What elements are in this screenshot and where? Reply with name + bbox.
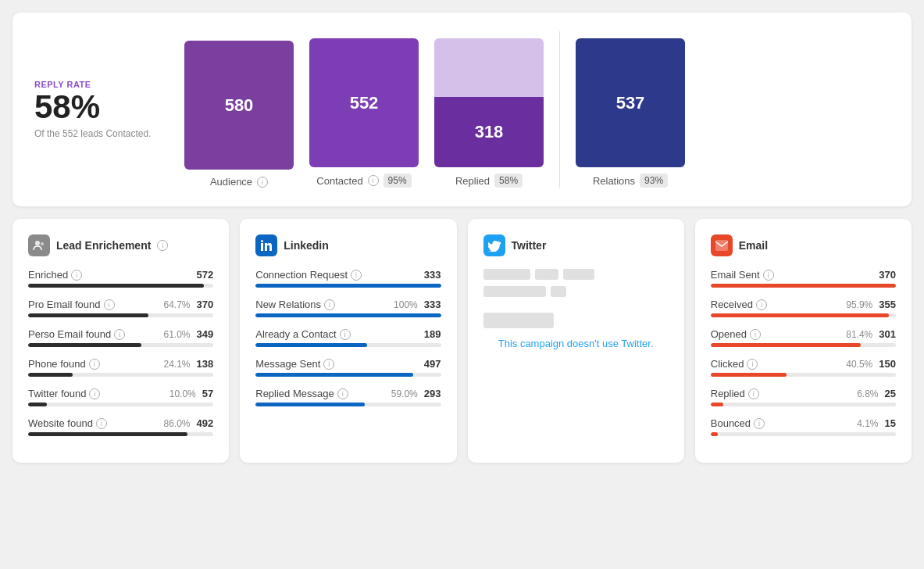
progress-fill [711,343,861,347]
stat-row: Clickedi40.5%150 [711,358,896,370]
progress-fill [255,284,441,288]
progress-fill [711,403,724,406]
progress-fill [28,284,204,288]
info-icon: i [324,299,335,310]
svg-rect-4 [715,240,728,251]
stat-label: Already a Contacti [255,328,350,340]
stat-row: Bouncedi4.1%15 [711,417,896,429]
stat-label: Bouncedi [711,417,765,429]
replied-badge: 58% [494,174,523,188]
lead-enrichment-title: Lead Enrichement [56,239,151,252]
stat-label: Receivedi [711,299,767,310]
svg-rect-2 [261,243,263,251]
linkedin-title: Linkedin [284,239,329,252]
progress-wrap [28,373,213,377]
reply-rate-pct: 58% [34,89,159,125]
twitter-title: Twitter [512,239,547,252]
audience-label: Audience [210,176,252,188]
progress-wrap [255,284,441,288]
stat-label: Clickedi [711,358,758,370]
progress-fill [28,432,187,436]
progress-wrap [711,313,896,317]
stat-label: Email Senti [711,269,774,281]
relations-bar: 537 [576,38,685,167]
progress-wrap [28,284,213,288]
replied-value: 318 [475,122,504,142]
stat-row: Message Senti497 [255,358,441,370]
bottom-row: Lead Enrichement i Enrichedi572Pro Email… [12,219,912,463]
svg-point-1 [41,242,44,245]
linkedin-header: Linkedin [255,234,441,256]
contacted-value: 552 [350,93,379,113]
metrics-row: 580 Audience i 552 Contacted i 95% [184,31,890,188]
stat-label: Connection Requesti [255,269,362,281]
relations-badge: 93% [640,174,668,188]
metric-col-audience: 580 Audience i [184,41,294,188]
email-header: Email [711,234,896,256]
progress-wrap [255,343,441,347]
progress-wrap [28,403,213,406]
stat-label: Enrichedi [28,269,82,281]
relations-value: 537 [616,93,645,113]
linkedin-icon [255,234,277,256]
stat-label: Repliedi [711,388,759,399]
progress-wrap [711,343,896,347]
stat-label: Website foundi [28,417,107,429]
top-card: REPLY RATE 58% Of the 552 leads Contacte… [12,13,912,206]
stat-label: New Relationsi [255,299,335,310]
email-rows: Email Senti370Receivedi95.9%355Openedi81… [711,269,896,436]
stat-row: Receivedi95.9%355 [711,299,896,310]
progress-fill [28,343,141,347]
stat-row: Website foundi86.0%492 [28,417,213,429]
stat-label: Message Senti [255,358,334,370]
replied-bottom-bar: 318 [434,97,544,167]
reply-rate-box: REPLY RATE 58% Of the 552 leads Contacte… [34,80,159,139]
progress-wrap [255,313,441,317]
metric-col-contacted: 552 Contacted i 95% [309,38,419,188]
email-title: Email [739,239,768,252]
info-icon: i [96,418,107,429]
reply-rate-sub: Of the 552 leads Contacted. [34,128,159,139]
stat-label: Phone foundi [28,358,100,370]
progress-wrap [255,403,441,406]
twitter-message: This campaign doesn't use Twitter. [483,338,669,349]
linkedin-rows: Connection Requesti333New Relationsi100%… [255,269,441,406]
info-icon: i [351,270,362,281]
stat-row: Already a Contacti189 [255,328,441,340]
progress-wrap [711,284,896,288]
progress-wrap [28,313,213,317]
audience-info-icon: i [257,177,268,188]
progress-fill [255,313,441,317]
info-icon: i [114,329,125,340]
progress-wrap [711,432,896,436]
contacted-bar: 552 [309,38,419,167]
audience-value: 580 [225,95,254,116]
info-icon: i [104,299,115,310]
replied-top-bar [434,38,544,97]
lead-enrichment-info-icon: i [157,240,168,251]
progress-fill [28,403,47,406]
info-icon: i [748,388,759,399]
progress-fill [28,373,73,377]
progress-wrap [28,343,213,347]
metric-col-relations: 537 Relations 93% [576,38,685,188]
stat-label: Twitter foundi [28,388,100,399]
lead-enrichment-header: Lead Enrichement i [28,234,213,256]
stat-row: Pro Email foundi64.7%370 [28,299,213,310]
contacted-info-icon: i [368,175,379,186]
stat-row: Repliedi6.8%25 [711,388,896,399]
progress-fill [711,373,787,377]
progress-wrap [28,432,213,436]
relations-label: Relations [593,175,635,187]
stat-row: Phone foundi24.1%138 [28,358,213,370]
audience-bar: 580 [184,41,294,170]
stat-label: Pro Email foundi [28,299,115,310]
progress-fill [255,373,413,377]
progress-wrap [711,403,896,406]
progress-fill [711,284,896,288]
lead-enrichment-icon [28,234,50,256]
progress-fill [255,403,365,406]
stat-row: Email Senti370 [711,269,896,281]
contacted-label: Contacted [316,175,362,187]
stat-row: Replied Messagei59.0%293 [255,388,441,399]
